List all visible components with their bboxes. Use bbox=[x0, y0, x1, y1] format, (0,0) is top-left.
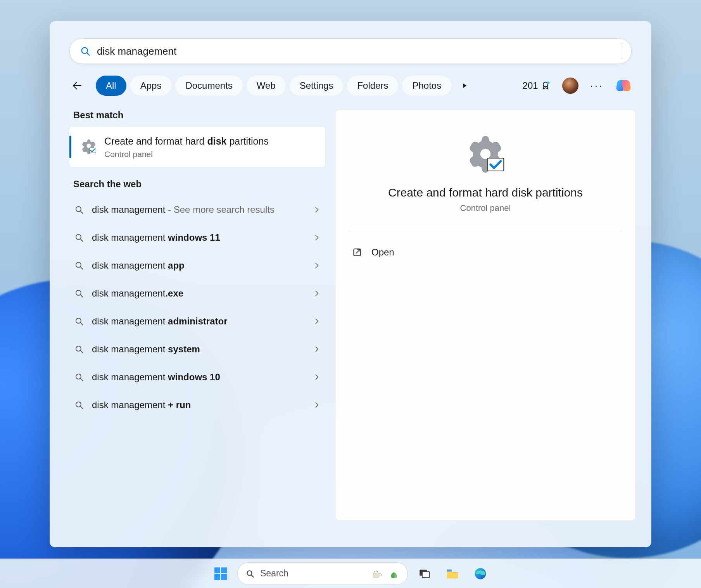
search-icon bbox=[74, 260, 84, 271]
search-icon bbox=[74, 205, 84, 215]
section-search-web: Search the web bbox=[69, 179, 325, 196]
back-button[interactable] bbox=[69, 78, 85, 93]
filter-chip-documents[interactable]: Documents bbox=[175, 76, 242, 96]
control-panel-gear-icon bbox=[80, 137, 97, 154]
search-icon bbox=[245, 569, 255, 578]
web-result[interactable]: disk management administrator bbox=[69, 307, 325, 335]
section-best-match: Best match bbox=[69, 110, 325, 127]
preview-action-open[interactable]: Open bbox=[349, 241, 622, 263]
search-box[interactable] bbox=[69, 38, 632, 64]
preview-title: Create and format hard disk partitions bbox=[349, 186, 622, 199]
search-icon bbox=[74, 233, 84, 243]
filter-chip-folders[interactable]: Folders bbox=[347, 76, 398, 96]
chevron-right-icon bbox=[313, 401, 321, 409]
play-icon bbox=[461, 82, 468, 89]
search-icon bbox=[80, 46, 91, 57]
svg-line-17 bbox=[80, 350, 83, 353]
user-avatar[interactable] bbox=[562, 78, 578, 94]
filter-chip-apps[interactable]: Apps bbox=[130, 76, 172, 96]
control-panel-gear-icon bbox=[464, 133, 507, 175]
preview-subtitle: Control panel bbox=[349, 203, 622, 213]
web-result[interactable]: disk management.exe bbox=[69, 279, 325, 307]
svg-line-13 bbox=[80, 295, 83, 297]
svg-point-22 bbox=[480, 149, 490, 159]
web-result[interactable]: disk management windows 10 bbox=[69, 363, 325, 391]
web-result-text: disk management windows 11 bbox=[92, 231, 305, 244]
taskbar-search-placeholder: Search bbox=[260, 568, 366, 579]
web-result[interactable]: disk management - See more search result… bbox=[69, 196, 325, 224]
svg-point-4 bbox=[87, 144, 91, 148]
taskbar-search-glyph-cup-icon bbox=[371, 568, 383, 579]
search-icon bbox=[74, 372, 84, 382]
search-input[interactable] bbox=[97, 45, 622, 57]
arrow-left-icon bbox=[71, 80, 83, 91]
svg-rect-26 bbox=[221, 567, 227, 573]
rewards-points[interactable]: 201 bbox=[523, 80, 551, 91]
filter-chip-all[interactable]: All bbox=[96, 76, 126, 96]
web-result-text: disk management + run bbox=[92, 399, 305, 411]
best-match-result[interactable]: Create and format hard disk partitions C… bbox=[69, 127, 325, 167]
web-result[interactable]: disk management + run bbox=[69, 391, 325, 419]
chevron-right-icon bbox=[313, 317, 321, 325]
best-match-title: Create and format hard disk partitions bbox=[104, 135, 269, 148]
chevron-right-icon bbox=[313, 345, 321, 353]
web-result-text: disk management system bbox=[92, 343, 305, 355]
filter-chip-web[interactable]: Web bbox=[247, 76, 286, 96]
svg-line-19 bbox=[80, 378, 83, 381]
svg-line-7 bbox=[80, 211, 83, 214]
taskbar: Search bbox=[0, 559, 701, 588]
svg-rect-34 bbox=[447, 569, 452, 571]
svg-line-30 bbox=[251, 575, 254, 577]
start-search-flyout: All Apps Documents Web Settings Folders … bbox=[50, 21, 651, 547]
start-button[interactable] bbox=[209, 562, 232, 585]
filter-scroll-right[interactable] bbox=[458, 79, 471, 93]
text-caret bbox=[621, 45, 621, 58]
chevron-right-icon bbox=[313, 373, 321, 381]
chevron-right-icon bbox=[313, 262, 321, 269]
folder-icon bbox=[445, 567, 459, 581]
filter-chips: All Apps Documents Web Settings Folders … bbox=[96, 76, 451, 96]
web-result[interactable]: disk management windows 11 bbox=[69, 224, 325, 252]
svg-point-3 bbox=[547, 81, 549, 84]
best-match-subtitle: Control panel bbox=[104, 150, 269, 159]
windows-logo-icon bbox=[213, 566, 228, 581]
svg-rect-25 bbox=[214, 567, 220, 573]
chevron-right-icon bbox=[313, 290, 321, 297]
web-result[interactable]: disk management system bbox=[69, 335, 325, 363]
svg-rect-31 bbox=[373, 573, 379, 577]
svg-rect-33 bbox=[422, 571, 430, 577]
filter-chip-photos[interactable]: Photos bbox=[402, 76, 451, 96]
edge-button[interactable] bbox=[469, 562, 492, 585]
preview-action-label: Open bbox=[371, 247, 394, 258]
preview-pane: Create and format hard disk partitions C… bbox=[335, 110, 635, 521]
web-result-text: disk management.exe bbox=[92, 287, 305, 300]
svg-line-15 bbox=[80, 322, 83, 325]
taskbar-search[interactable]: Search bbox=[237, 562, 408, 585]
search-icon bbox=[74, 288, 84, 298]
rewards-points-value: 201 bbox=[523, 80, 538, 91]
web-result-text: disk management app bbox=[92, 259, 305, 272]
open-external-icon bbox=[352, 247, 362, 257]
file-explorer-button[interactable] bbox=[441, 562, 464, 585]
filter-chip-settings[interactable]: Settings bbox=[290, 76, 344, 96]
web-result-text: disk management windows 10 bbox=[92, 371, 305, 383]
more-options[interactable]: ··· bbox=[590, 79, 604, 92]
task-view-button[interactable] bbox=[413, 562, 436, 585]
task-view-icon bbox=[418, 567, 431, 580]
taskbar-search-glyph-leaf-icon bbox=[388, 568, 400, 579]
search-icon bbox=[74, 400, 84, 410]
edge-icon bbox=[473, 567, 487, 581]
svg-rect-27 bbox=[214, 574, 220, 579]
web-result[interactable]: disk management app bbox=[69, 252, 325, 279]
chevron-right-icon bbox=[313, 234, 321, 241]
divider bbox=[349, 232, 622, 232]
chevron-right-icon bbox=[313, 206, 321, 214]
svg-line-21 bbox=[80, 406, 83, 409]
svg-line-1 bbox=[87, 53, 89, 55]
web-result-text: disk management administrator bbox=[92, 315, 305, 328]
search-icon bbox=[74, 316, 84, 326]
svg-rect-28 bbox=[221, 574, 227, 579]
search-icon bbox=[74, 344, 84, 354]
copilot-icon[interactable] bbox=[615, 78, 632, 94]
web-result-text: disk management - See more search result… bbox=[92, 203, 305, 216]
